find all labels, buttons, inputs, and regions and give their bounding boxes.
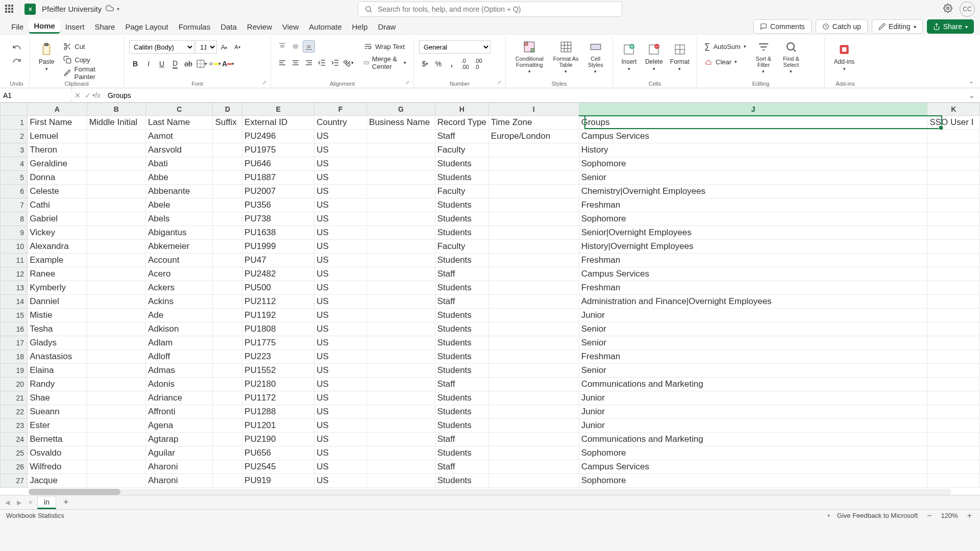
horizontal-scrollbar[interactable]: [29, 489, 951, 495]
cell[interactable]: [367, 350, 435, 364]
cell[interactable]: [87, 130, 145, 143]
sort-filter-button[interactable]: Sort & Filter▾: [751, 38, 776, 75]
cell[interactable]: [87, 419, 145, 433]
cell[interactable]: [87, 446, 145, 460]
row-header[interactable]: 7: [1, 198, 28, 212]
cell[interactable]: US: [314, 309, 367, 322]
cell[interactable]: [367, 419, 435, 433]
cell[interactable]: PU1192: [242, 309, 314, 322]
cell[interactable]: [927, 336, 980, 350]
app-launcher-icon[interactable]: [5, 5, 14, 14]
cell[interactable]: [367, 212, 435, 226]
menu-review[interactable]: Review: [242, 20, 277, 33]
addins-button[interactable]: Add-ins▾: [830, 38, 859, 75]
cell[interactable]: Vickey: [28, 226, 87, 240]
cell[interactable]: Abati: [145, 157, 213, 171]
cell[interactable]: Campus Services: [579, 267, 927, 281]
row-header[interactable]: 27: [1, 474, 28, 488]
cell[interactable]: Junior: [579, 309, 927, 322]
cell[interactable]: [488, 226, 579, 240]
cell[interactable]: Aamot: [145, 130, 213, 143]
cell[interactable]: Sophomore: [579, 446, 927, 460]
cell[interactable]: US: [314, 391, 367, 405]
cell[interactable]: [367, 295, 435, 309]
column-header-K[interactable]: K: [927, 103, 980, 116]
cell[interactable]: PU2496: [242, 130, 314, 143]
select-all-corner[interactable]: [1, 103, 28, 116]
cell[interactable]: PU1999: [242, 240, 314, 254]
cell[interactable]: PU1172: [242, 391, 314, 405]
cell[interactable]: Students: [435, 281, 488, 295]
cell[interactable]: Senior: [579, 171, 927, 185]
cell[interactable]: [927, 267, 980, 281]
cell[interactable]: History: [579, 143, 927, 157]
cell[interactable]: PU2007: [242, 185, 314, 198]
cell[interactable]: Students: [435, 157, 488, 171]
cell[interactable]: Communications and Marketing: [579, 378, 927, 391]
align-right-button[interactable]: [303, 57, 315, 69]
row-header[interactable]: 14: [1, 295, 28, 309]
cell[interactable]: [927, 446, 980, 460]
cell[interactable]: [213, 433, 242, 446]
cell[interactable]: [927, 226, 980, 240]
ribbon-collapse-button[interactable]: ⌄: [969, 78, 974, 85]
cell[interactable]: Aharoni: [145, 474, 213, 488]
cell[interactable]: Ester: [28, 419, 87, 433]
cell[interactable]: [87, 267, 145, 281]
cell[interactable]: [927, 254, 980, 267]
column-header-G[interactable]: G: [367, 103, 435, 116]
cell[interactable]: [488, 295, 579, 309]
cell[interactable]: [213, 240, 242, 254]
cell[interactable]: US: [314, 171, 367, 185]
row-header[interactable]: 15: [1, 309, 28, 322]
cell[interactable]: Senior: [579, 336, 927, 350]
cell[interactable]: [488, 419, 579, 433]
cell[interactable]: [213, 143, 242, 157]
row-header[interactable]: 18: [1, 350, 28, 364]
cell[interactable]: Jacque: [28, 474, 87, 488]
cell[interactable]: Freshman: [579, 281, 927, 295]
font-name-select[interactable]: Calibri (Body): [129, 40, 194, 54]
cell[interactable]: [927, 185, 980, 198]
cell[interactable]: Staff: [435, 130, 488, 143]
cell[interactable]: Shae: [28, 391, 87, 405]
row-header[interactable]: 21: [1, 391, 28, 405]
cell[interactable]: Elaina: [28, 364, 87, 378]
cell[interactable]: [367, 226, 435, 240]
sheet-nav-next[interactable]: ▶: [15, 499, 23, 506]
cell[interactable]: [488, 322, 579, 336]
cell[interactable]: [87, 198, 145, 212]
column-header-D[interactable]: D: [213, 103, 242, 116]
cell[interactable]: [213, 267, 242, 281]
formula-confirm-icon[interactable]: ✓: [85, 91, 91, 99]
cell[interactable]: Students: [435, 212, 488, 226]
menu-share[interactable]: Share: [89, 20, 120, 33]
paste-button[interactable]: Paste ▾: [35, 38, 58, 75]
cell[interactable]: [488, 185, 579, 198]
column-header-E[interactable]: E: [242, 103, 314, 116]
cell[interactable]: [367, 460, 435, 474]
cell[interactable]: Adonis: [145, 378, 213, 391]
sheet-nav-prev[interactable]: ◀: [3, 499, 12, 506]
cell[interactable]: Ade: [145, 309, 213, 322]
find-select-button[interactable]: Find & Select▾: [779, 38, 803, 75]
cell[interactable]: Sophomore: [579, 212, 927, 226]
cell[interactable]: [488, 364, 579, 378]
cell[interactable]: US: [314, 130, 367, 143]
catchup-button[interactable]: Catch up: [816, 19, 868, 34]
cell[interactable]: Communications and Marketing: [579, 433, 927, 446]
cell[interactable]: [213, 405, 242, 419]
cell[interactable]: Alexandra: [28, 240, 87, 254]
cell[interactable]: [927, 198, 980, 212]
menu-insert[interactable]: Insert: [60, 20, 90, 33]
wrap-text-button[interactable]: Wrap Text: [362, 40, 408, 53]
menu-help[interactable]: Help: [347, 20, 373, 33]
document-title[interactable]: Pfeiffer University: [42, 5, 102, 13]
cell[interactable]: PU919: [242, 474, 314, 488]
cell[interactable]: Staff: [435, 267, 488, 281]
cell[interactable]: [927, 171, 980, 185]
cell[interactable]: [213, 460, 242, 474]
row-header[interactable]: 5: [1, 171, 28, 185]
menu-automate[interactable]: Automate: [304, 20, 347, 33]
comments-button[interactable]: Comments: [753, 19, 812, 34]
